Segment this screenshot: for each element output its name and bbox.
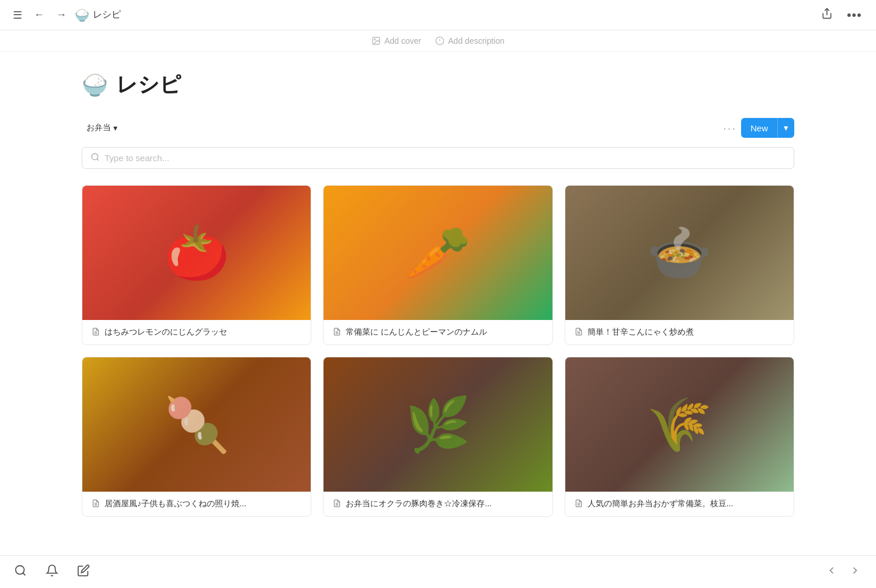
top-navigation: ☰ ← → 🍚 レシピ ••• [0,0,876,30]
doc-icon [333,499,341,509]
doc-icon [92,328,100,338]
doc-icon [575,328,583,338]
recipe-title: 人気の簡単お弁当おかず常備菜。枝豆... [588,499,734,509]
svg-point-6 [92,154,98,160]
breadcrumb-emoji: 🍚 [75,8,89,22]
page-title: レシピ [116,71,181,99]
filter-tag-label: お弁当 [86,123,111,133]
doc-icon [92,499,100,509]
doc-icon [333,328,341,338]
chevron-down-icon: ▾ [113,123,117,133]
recipe-title: はちみつレモンのにじんグラッセ [105,327,227,338]
share-button[interactable] [816,5,837,25]
search-input[interactable] [105,153,785,163]
nav-left: ☰ ← → 🍚 レシピ [9,6,121,24]
list-item[interactable]: 🍡 居酒屋風♪子供も喜ぶつくねの照り焼... [82,357,311,517]
filter-tag-button[interactable]: お弁当 ▾ [82,120,122,135]
list-item[interactable]: 🌾 人気の簡単お弁当おかず常備菜。枝豆... [565,357,794,517]
back-icon: ← [34,9,44,21]
page-emoji: 🍚 [82,73,108,98]
recipe-label-2: 常備菜に にんじんとピーマンのナムル [324,320,552,345]
menu-button[interactable]: ☰ [9,6,26,24]
new-button[interactable]: New ▾ [741,118,794,138]
search-icon [91,152,100,163]
recipe-label-5: お弁当にオクラの豚肉巻き☆冷凍保存... [324,492,552,516]
add-cover-label: Add cover [384,36,421,46]
menu-icon: ☰ [13,9,22,22]
list-item[interactable]: 🍲 簡単！甘辛こんにゃく炒め煮 [565,185,794,345]
list-item[interactable]: 🍅 はちみつレモンのにじんグラッセ [82,185,311,345]
recipe-label-3: 簡単！甘辛こんにゃく炒め煮 [565,320,794,345]
recipe-title: お弁当にオクラの豚肉巻き☆冷凍保存... [346,499,492,509]
nav-right: ••• [816,5,867,25]
recipe-label-6: 人気の簡単お弁当おかず常備菜。枝豆... [565,492,794,516]
search-bar [82,147,794,169]
doc-icon [575,499,583,509]
filter-more-button[interactable]: ··· [718,119,741,137]
back-button[interactable]: ← [30,6,48,23]
new-button-chevron-icon: ▾ [777,118,794,138]
recipe-image-1: 🍅 [82,186,311,320]
recipe-label-4: 居酒屋風♪子供も喜ぶつくねの照り焼... [82,492,311,516]
forward-icon: → [56,9,67,21]
recipe-image-4: 🍡 [82,357,311,492]
recipe-title: 居酒屋風♪子供も喜ぶつくねの照り焼... [105,499,246,509]
recipe-image-3: 🍲 [565,186,794,320]
svg-line-7 [97,159,99,161]
new-button-label: New [741,119,777,138]
recipe-image-2: 🥕 [324,186,552,320]
forward-button[interactable]: → [53,6,70,23]
breadcrumb: 🍚 レシピ [75,8,121,22]
recipe-label-1: はちみつレモンのにじんグラッセ [82,320,311,345]
page-content: 🍚 レシピ お弁当 ▾ ··· New ▾ 🍅 [58,52,818,535]
ellipsis-icon: ··· [723,121,736,134]
share-icon [821,8,833,22]
recipe-grid: 🍅 はちみつレモンのにじんグラッセ 🥕 [82,185,794,517]
svg-point-2 [374,39,376,40]
recipe-title: 常備菜に にんじんとピーマンのナムル [346,327,487,338]
breadcrumb-title: レシピ [93,9,121,21]
page-title-row: 🍚 レシピ [82,71,794,99]
recipe-image-5: 🌿 [324,357,552,492]
add-description-button[interactable]: Add description [435,36,505,46]
list-item[interactable]: 🥕 常備菜に にんじんとピーマンのナムル [323,185,552,345]
subtitle-bar: Add cover Add description [0,30,876,52]
recipe-image-6: 🌾 [565,357,794,492]
more-options-button[interactable]: ••• [842,5,867,25]
recipe-title: 簡単！甘辛こんにゃく炒め煮 [588,327,694,338]
filter-row: お弁当 ▾ ··· New ▾ [82,118,794,138]
add-description-label: Add description [448,36,505,46]
more-icon: ••• [847,8,862,23]
add-cover-button[interactable]: Add cover [371,36,421,46]
list-item[interactable]: 🌿 お弁当にオクラの豚肉巻き☆冷凍保存... [323,357,552,517]
